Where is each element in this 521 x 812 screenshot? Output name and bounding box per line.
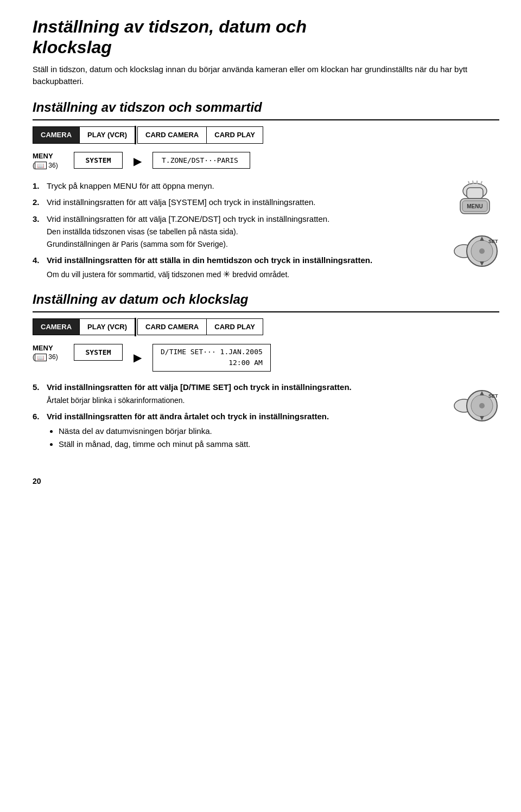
mode-tabs-row2: CAMERA PLAY (VCR) CARD CAMERA CARD PLAY <box>33 318 499 336</box>
meny-label-2: MENY (📖 36) <box>33 344 65 362</box>
section1-heading: Inställning av tidszon och sommartid <box>33 98 499 120</box>
mode-tabs-row1: CAMERA PLAY (VCR) CARD CAMERA CARD PLAY <box>33 126 499 144</box>
system-box-2: SYSTEM <box>74 344 123 361</box>
step-3: 3. Vrid inställningsratten för att välja… <box>33 213 440 251</box>
tab-card-play-2[interactable]: CARD PLAY <box>206 318 263 336</box>
step-4: 4. Vrid inställningsratten för att ställ… <box>33 254 440 281</box>
menu-button-icon: MENU <box>450 180 499 218</box>
bullet-1: Nästa del av datumvisningen börjar blink… <box>59 425 440 438</box>
meny-row-2: MENY (📖 36) SYSTEM ▶ D/TIME SET··· 1.JAN… <box>33 344 499 372</box>
step-6: 6. Vrid inställningsratten för att ändra… <box>33 411 440 451</box>
step-5: 5. Vrid inställningsratten för att välja… <box>33 381 440 406</box>
arrow-right-2: ▶ <box>134 349 142 366</box>
page-title: Inställning av tidszon, datum och klocks… <box>33 16 499 58</box>
tab-separator <box>135 126 136 144</box>
tab-play-vcr[interactable]: PLAY (VCR) <box>79 126 135 144</box>
bullet-2: Ställ in månad, dag, timme och minut på … <box>59 438 440 451</box>
tab-card-camera[interactable]: CARD CAMERA <box>137 126 207 144</box>
instructions-section-1: 1. Tryck på knappen MENU för att öppna m… <box>33 180 499 281</box>
section2-heading: Inställning av datum och klockslag <box>33 290 499 312</box>
arrow-right-1: ▶ <box>134 153 142 169</box>
svg-line-3 <box>473 181 473 184</box>
svg-point-19 <box>479 403 485 408</box>
svg-line-2 <box>468 181 469 184</box>
step-1: 1. Tryck på knappen MENU för att öppna m… <box>33 180 440 193</box>
intro-paragraph: Ställ in tidszon, datum och klockslag in… <box>33 63 499 88</box>
tab-camera[interactable]: CAMERA <box>33 126 80 144</box>
display-box-1: T.ZONE/DST···PARIS <box>153 152 250 169</box>
icon-area-1: MENU SET <box>450 180 499 276</box>
instructions-section-2: 5. Vrid inställningsratten för att välja… <box>33 381 499 451</box>
tab-card-play[interactable]: CARD PLAY <box>206 126 263 144</box>
meny-row-1: MENY (📖 36) SYSTEM ▶ T.ZONE/DST···PARIS <box>33 152 499 170</box>
svg-text:SET: SET <box>488 393 498 399</box>
tab-play-vcr-2[interactable]: PLAY (VCR) <box>79 318 135 336</box>
svg-point-12 <box>479 248 485 254</box>
meny-label-1: MENY (📖 36) <box>33 152 65 170</box>
dtime-display: D/TIME SET··· 1.JAN.2005 12:00 AM <box>153 344 271 372</box>
icon-area-2: SET <box>450 381 499 430</box>
svg-text:MENU: MENU <box>467 203 482 209</box>
tab-card-camera-2[interactable]: CARD CAMERA <box>137 318 207 336</box>
dial-icon-2: SET <box>450 381 499 430</box>
steps-section-1: MENU SET 1. Tryck på knappen MENU för at… <box>33 180 499 290</box>
step-2: 2. Vrid inställningsratten för att välja… <box>33 196 440 209</box>
tab-separator-2 <box>135 318 136 336</box>
system-box-1: SYSTEM <box>74 152 123 169</box>
svg-line-5 <box>481 181 482 184</box>
page-number: 20 <box>33 476 499 487</box>
svg-rect-1 <box>467 188 483 199</box>
svg-text:SET: SET <box>488 239 498 244</box>
dial-icon: SET <box>450 227 499 276</box>
steps-section-2: SET 5. Vrid inställningsratten för att v… <box>33 381 499 459</box>
tab-camera-2[interactable]: CAMERA <box>33 318 80 336</box>
